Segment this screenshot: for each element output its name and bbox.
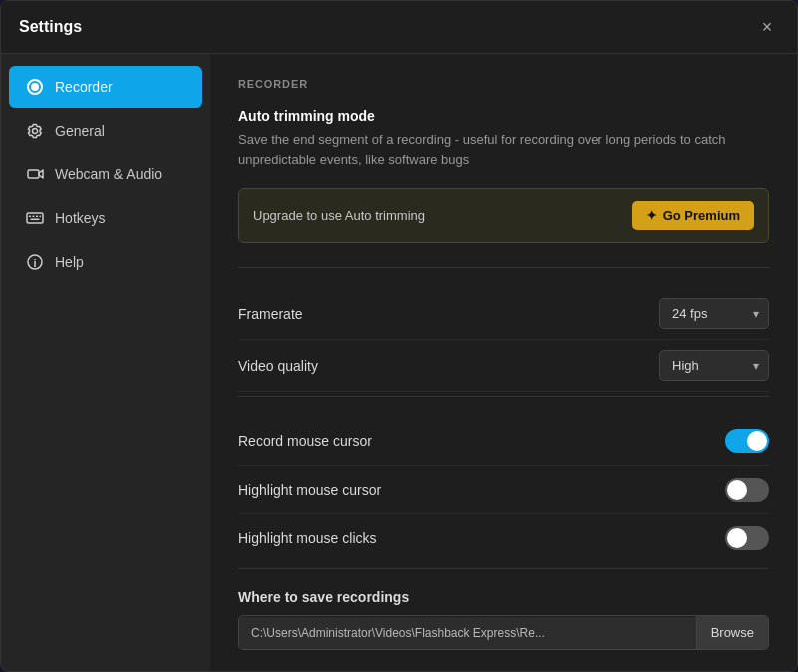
record-cursor-thumb [747, 431, 767, 451]
upgrade-banner: Upgrade to use Auto trimming ✦ Go Premiu… [238, 188, 769, 243]
record-cursor-row: Record mouse cursor [238, 417, 769, 466]
auto-trim-desc: Save the end segment of a recording - us… [238, 130, 769, 168]
toggle-section: Record mouse cursor Highlight mouse curs… [238, 417, 769, 562]
sidebar-item-label-help: Help [55, 254, 84, 270]
video-quality-row: Video quality Low Medium High Very High … [238, 340, 769, 392]
upgrade-text: Upgrade to use Auto trimming [253, 208, 425, 223]
svg-rect-8 [31, 219, 40, 221]
premium-btn-label: Go Premium [663, 208, 740, 223]
dialog-title: Settings [19, 18, 82, 36]
record-cursor-toggle[interactable] [725, 429, 769, 453]
framerate-select[interactable]: 12 fps 15 fps 20 fps 24 fps 30 fps 60 fp… [659, 298, 769, 329]
sidebar: Recorder General Webca [1, 54, 210, 671]
svg-rect-5 [33, 216, 35, 218]
highlight-clicks-row: Highlight mouse clicks [238, 514, 769, 562]
help-icon: i [25, 252, 45, 272]
go-premium-button[interactable]: ✦ Go Premium [632, 201, 754, 230]
svg-point-1 [31, 83, 39, 91]
framerate-select-wrapper: 12 fps 15 fps 20 fps 24 fps 30 fps 60 fp… [659, 298, 769, 329]
highlight-cursor-row: Highlight mouse cursor [238, 466, 769, 514]
section-label: RECORDER [238, 78, 769, 90]
video-quality-select[interactable]: Low Medium High Very High [659, 350, 769, 381]
save-section: Where to save recordings Browse [238, 589, 769, 650]
framerate-row: Framerate 12 fps 15 fps 20 fps 24 fps 30… [238, 288, 769, 340]
premium-icon: ✦ [646, 208, 657, 223]
svg-rect-7 [40, 216, 42, 218]
sidebar-item-help[interactable]: i Help [9, 241, 202, 283]
auto-trim-title: Auto trimming mode [238, 108, 769, 124]
browse-button[interactable]: Browse [696, 616, 768, 649]
gear-icon [25, 121, 45, 141]
webcam-icon [25, 165, 45, 184]
sidebar-item-general[interactable]: General [9, 110, 202, 152]
sidebar-item-label-hotkeys: Hotkeys [55, 210, 106, 226]
svg-rect-6 [36, 216, 38, 218]
divider-3 [238, 568, 769, 569]
highlight-cursor-thumb [727, 480, 747, 500]
sidebar-item-hotkeys[interactable]: Hotkeys [9, 197, 202, 239]
keyboard-icon [25, 208, 45, 228]
main-content: RECORDER Auto trimming mode Save the end… [210, 54, 797, 671]
dialog-header: Settings × [1, 1, 797, 54]
record-icon [25, 77, 45, 97]
sidebar-item-label-recorder: Recorder [55, 79, 113, 95]
framerate-label: Framerate [238, 306, 303, 322]
svg-rect-2 [28, 170, 39, 178]
divider [238, 267, 769, 268]
sidebar-item-label-webcam: Webcam & Audio [55, 167, 162, 182]
dialog-body: Recorder General Webca [1, 54, 797, 671]
svg-rect-4 [29, 216, 31, 218]
svg-rect-3 [27, 213, 43, 223]
sidebar-item-recorder[interactable]: Recorder [9, 66, 202, 108]
settings-dialog: Settings × Recorder [0, 0, 798, 672]
svg-text:i: i [33, 257, 36, 269]
save-label: Where to save recordings [238, 589, 769, 605]
auto-trim-group: Auto trimming mode Save the end segment … [238, 108, 769, 168]
record-cursor-label: Record mouse cursor [238, 433, 372, 449]
highlight-clicks-toggle[interactable] [725, 526, 769, 550]
path-row: Browse [238, 615, 769, 650]
close-button[interactable]: × [755, 15, 779, 39]
sidebar-item-webcam-audio[interactable]: Webcam & Audio [9, 154, 202, 195]
divider-2 [238, 396, 769, 397]
video-quality-select-wrapper: Low Medium High Very High ▾ [659, 350, 769, 381]
highlight-clicks-thumb [727, 528, 747, 548]
highlight-cursor-toggle[interactable] [725, 478, 769, 502]
save-path-input[interactable] [239, 617, 696, 649]
highlight-cursor-label: Highlight mouse cursor [238, 482, 381, 498]
sidebar-item-label-general: General [55, 123, 105, 139]
video-quality-label: Video quality [238, 358, 318, 374]
highlight-clicks-label: Highlight mouse clicks [238, 530, 377, 546]
